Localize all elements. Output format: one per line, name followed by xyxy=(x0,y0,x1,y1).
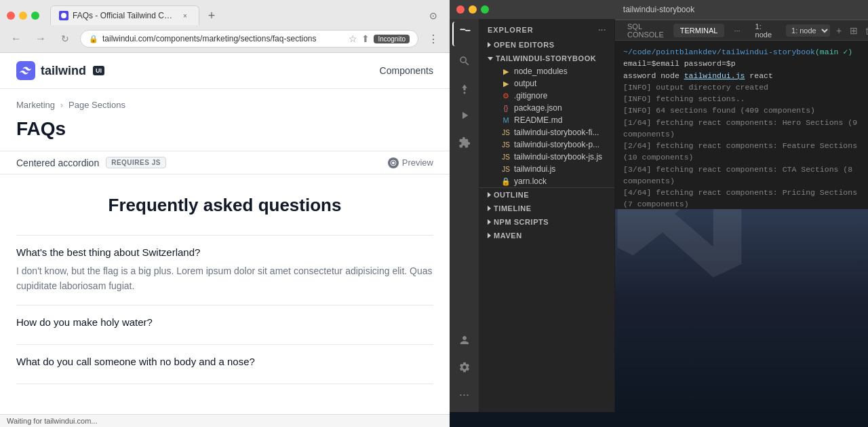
active-tab[interactable]: FAQs - Official Tailwind CSS U... × xyxy=(50,5,199,25)
reload-security-btn[interactable]: ⊙ xyxy=(429,10,443,21)
json-icon: {} xyxy=(501,103,511,113)
requires-js-badge: REQUIRES JS xyxy=(106,157,166,168)
outline-section[interactable]: OUTLINE xyxy=(479,188,614,202)
browser-panel: FAQs - Official Tailwind CSS U... × + ⊙ … xyxy=(0,0,450,427)
file-readme[interactable]: M README.md xyxy=(479,114,614,126)
vscode-main: ··· EXPLORER ··· OPEN EDITORS TAILWINDUI… xyxy=(450,19,868,412)
term-line-1: assword node tailwindui.js react xyxy=(623,70,860,81)
vscode-sidebar: EXPLORER ··· OPEN EDITORS TAILWINDUI-STO… xyxy=(479,19,615,412)
terminal-kill-button[interactable]: 🗑 xyxy=(863,24,868,37)
term-line-0: ~/code/pointblankdev/tailwindui-storyboo… xyxy=(623,46,860,70)
faq-content: Frequently asked questions What's the be… xyxy=(0,174,450,414)
activity-bar-bottom: ··· xyxy=(452,328,477,412)
timeline-label: TIMELINE xyxy=(494,204,532,212)
file-icon: 🔒 xyxy=(501,177,511,186)
md-icon: M xyxy=(501,115,511,125)
run-debug-icon[interactable] xyxy=(452,103,477,128)
open-editors-section[interactable]: OPEN EDITORS xyxy=(479,38,614,52)
new-tab-button[interactable]: + xyxy=(202,6,221,25)
term-line-7: [3/64] fetching react components: CTA Se… xyxy=(623,164,860,187)
file-package-json[interactable]: {} package.json xyxy=(479,102,614,114)
window-controls xyxy=(7,12,39,20)
file-gitignore[interactable]: ⚙ .gitignore xyxy=(479,90,614,102)
more-options-button[interactable]: ⋮ xyxy=(424,29,443,48)
terminal-split-button[interactable]: ⊞ xyxy=(848,24,860,37)
terminal-instance-select[interactable]: 1: node xyxy=(786,24,830,37)
vscode-maximize-button[interactable] xyxy=(481,5,489,14)
explorer-more-button[interactable]: ··· xyxy=(598,26,606,34)
terminal-add-button[interactable]: + xyxy=(833,24,845,37)
back-button[interactable]: ← xyxy=(7,29,26,48)
close-button[interactable] xyxy=(7,12,15,20)
timeline-section[interactable]: TIMELINE xyxy=(479,202,614,215)
status-text: Waiting for tailwindui.com... xyxy=(7,417,97,425)
account-icon[interactable] xyxy=(452,328,477,352)
file-node-modules[interactable]: ▶ node_modules xyxy=(479,65,614,77)
file-storybook-fi[interactable]: JS tailwindui-storybook-fi... xyxy=(479,126,614,138)
terminal-body[interactable]: ~/code/pointblankdev/tailwindui-storyboo… xyxy=(615,41,868,209)
browser-statusbar: Waiting for tailwindui.com... xyxy=(0,414,450,427)
terminal-dots[interactable]: ··· xyxy=(727,24,747,37)
maven-label: MAVEN xyxy=(494,231,522,240)
file-yarn-lock[interactable]: 🔒 yarn.lock xyxy=(479,175,614,187)
address-bar[interactable]: 🔒 ☆ ⬆ Incognito xyxy=(80,30,418,48)
share-button[interactable]: ⬆ xyxy=(361,33,370,44)
project-chevron xyxy=(488,57,493,60)
npm-section[interactable]: NPM SCRIPTS xyxy=(479,215,614,229)
logo-ui-badge: UI xyxy=(93,66,104,75)
breadcrumb: Marketing › Page Sections xyxy=(0,89,450,115)
faq-question-2[interactable]: What do you call someone with no body an… xyxy=(16,356,433,367)
page-title: FAQs xyxy=(0,115,450,151)
vscode-window-controls xyxy=(456,5,489,14)
faq-question-1[interactable]: How do you make holy water? xyxy=(16,316,433,328)
settings-icon[interactable] xyxy=(452,355,477,379)
file-name: .gitignore xyxy=(514,91,547,100)
preview-icon xyxy=(388,157,399,168)
reload-button[interactable]: ↻ xyxy=(56,29,75,48)
more-icon[interactable]: ··· xyxy=(452,382,477,407)
file-output[interactable]: ▶ output xyxy=(479,77,614,90)
npm-label: NPM SCRIPTS xyxy=(494,218,549,226)
term-line-4: [INFO] 64 sections found (409 components… xyxy=(623,105,860,116)
breadcrumb-page-sections[interactable]: Page Sections xyxy=(68,100,125,110)
project-section[interactable]: TAILWINDUI-STORYBOOK xyxy=(479,52,614,65)
tab-favicon xyxy=(59,11,68,20)
project-label: TAILWINDUI-STORYBOOK xyxy=(496,54,596,62)
breadcrumb-marketing[interactable]: Marketing xyxy=(16,100,55,110)
preview-button[interactable]: Preview xyxy=(388,157,433,168)
url-input[interactable] xyxy=(102,34,344,43)
file-storybook-p[interactable]: JS tailwindui-storybook-p... xyxy=(479,138,614,151)
browser-toolbar: ← → ↻ 🔒 ☆ ⬆ Incognito ⋮ xyxy=(0,25,450,52)
file-tailwindui-js[interactable]: JS tailwindui.js xyxy=(479,163,614,175)
folder-icon: ▶ xyxy=(501,79,511,88)
maximize-button[interactable] xyxy=(31,12,39,20)
file-name: tailwindui-storybook-p... xyxy=(514,140,599,149)
components-nav-link[interactable]: Components xyxy=(380,65,433,76)
terminal-tab[interactable]: TERMINAL xyxy=(673,24,725,37)
vscode-editor: SQL CONSOLE TERMINAL ··· 1: node 1: node… xyxy=(615,19,868,412)
section-header: Centered accordion REQUIRES JS Preview xyxy=(0,151,450,174)
vscode-minimize-button[interactable] xyxy=(469,5,477,14)
faq-heading: Frequently asked questions xyxy=(16,195,433,216)
js-icon: JS xyxy=(501,164,511,174)
minimize-button[interactable] xyxy=(19,12,27,20)
source-control-icon[interactable] xyxy=(452,76,477,100)
js-icon: JS xyxy=(501,128,511,137)
file-name: tailwindui-storybook-fi... xyxy=(514,128,599,137)
browser-chrome: FAQs - Official Tailwind CSS U... × + ⊙ … xyxy=(0,0,450,53)
npm-chevron xyxy=(488,219,491,225)
sql-console-tab[interactable]: SQL CONSOLE xyxy=(620,20,671,41)
extensions-icon[interactable] xyxy=(452,130,477,155)
js-icon: JS xyxy=(501,140,511,149)
file-name: README.md xyxy=(514,115,562,125)
explorer-icon[interactable] xyxy=(452,22,477,46)
faq-question-0[interactable]: What's the best thing about Switzerland? xyxy=(16,246,433,258)
vscode-close-button[interactable] xyxy=(456,5,465,14)
file-storybook-js[interactable]: JS tailwindui-storybook-js.js xyxy=(479,151,614,163)
maven-section[interactable]: MAVEN xyxy=(479,229,614,242)
tab-close-button[interactable]: × xyxy=(180,10,191,21)
bookmark-button[interactable]: ☆ xyxy=(349,33,357,44)
folder-icon: ▶ xyxy=(501,67,511,76)
forward-button[interactable]: → xyxy=(31,29,50,48)
search-icon[interactable] xyxy=(452,49,477,73)
